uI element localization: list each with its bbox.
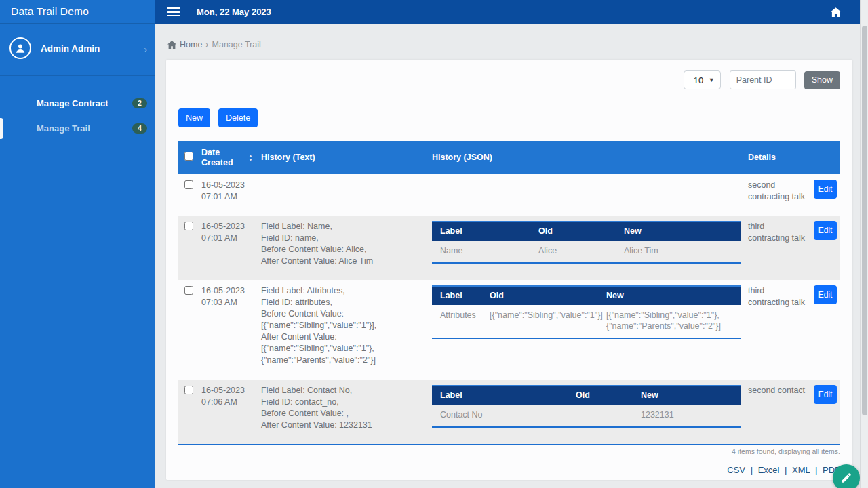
json-new-value: Alice Tim — [616, 241, 741, 262]
parent-id-input[interactable] — [730, 70, 796, 89]
breadcrumb: Home › Manage Trail — [167, 40, 261, 49]
table-row: 16-05-2023 07:06 AM Field Label: Contact… — [178, 380, 840, 444]
history-text-cell: Field Label: Contact No, Field ID: conta… — [261, 380, 432, 444]
export-csv-link[interactable]: CSV — [727, 465, 745, 475]
json-col-label: Label — [432, 222, 530, 241]
export-separator: | — [751, 465, 753, 475]
export-separator: | — [785, 465, 787, 475]
row-checkbox[interactable] — [184, 222, 193, 230]
home-icon — [167, 41, 176, 49]
page-size-select[interactable]: 10 ▼ — [684, 70, 721, 89]
json-new-value: 1232131 — [633, 405, 741, 426]
table-body: 16-05-2023 07:01 AM second contracting t… — [178, 174, 840, 445]
json-col-new: New — [633, 386, 741, 405]
json-col-old: Old — [568, 386, 633, 405]
toolbar: New Delete — [178, 108, 258, 127]
active-indicator — [0, 118, 3, 139]
date-created-cell: 16-05-2023 07:01 AM — [201, 216, 261, 280]
topbar-date: Mon, 22 May 2023 — [197, 7, 271, 17]
new-button[interactable]: New — [178, 108, 210, 127]
export-links: CSV | Excel | XML | PDF — [178, 465, 840, 475]
table-header-row: Date Created ▲▼ History (Text) History (… — [178, 141, 840, 174]
json-old-value: Alice — [530, 241, 616, 262]
export-separator: | — [815, 465, 817, 475]
chevron-right-icon[interactable]: › — [144, 44, 147, 55]
json-diff-table: Label Old New Name Alice Alice Tim — [432, 221, 741, 264]
edit-button[interactable]: Edit — [814, 221, 837, 240]
details-cell: third contracting talk — [748, 216, 814, 280]
date-created-cell: 16-05-2023 07:01 AM — [201, 174, 261, 216]
delete-button[interactable]: Delete — [218, 108, 258, 127]
history-json-cell: Label Old New Attributes [{"name":"Sibli… — [432, 280, 748, 380]
main-panel: 10 ▼ Show New Delete Date Created ▲▼ — [166, 60, 852, 480]
json-col-label: Label — [432, 287, 481, 305]
home-icon[interactable] — [831, 7, 841, 17]
details-cell: second contact — [748, 380, 814, 444]
history-text-cell — [261, 174, 432, 216]
table-row: 16-05-2023 07:03 AM Field Label: Attribu… — [178, 280, 840, 380]
table-row: 16-05-2023 07:01 AM Field Label: Name, F… — [178, 216, 840, 280]
history-text-cell: Field Label: Name, Field ID: name, Befor… — [261, 216, 432, 280]
count-badge: 4 — [132, 123, 147, 134]
details-cell: second contracting talk — [748, 174, 814, 216]
sort-icon[interactable]: ▲▼ — [248, 154, 253, 162]
col-header-date: Date Created — [201, 148, 241, 168]
json-diff-table: Label Old New Attributes [{"name":"Sibli… — [432, 285, 741, 339]
json-col-old: Old — [481, 287, 598, 305]
fab-edit-button[interactable] — [833, 464, 860, 488]
json-old-value: [{"name":"Sibling","value":"1"}] — [481, 305, 598, 338]
export-xml-link[interactable]: XML — [792, 465, 810, 475]
history-json-cell — [432, 174, 748, 216]
app-title: Data Trail Demo — [0, 0, 155, 24]
chevron-down-icon: ▼ — [709, 77, 715, 83]
breadcrumb-current: Manage Trail — [212, 40, 261, 49]
json-label-value: Name — [432, 241, 530, 262]
details-cell: third contracting talk — [748, 280, 814, 380]
col-header-history-text: History (Text) — [261, 148, 432, 167]
results-summary: 4 items found, displaying all items. — [178, 447, 840, 455]
trail-table: Date Created ▲▼ History (Text) History (… — [178, 141, 840, 475]
row-checkbox[interactable] — [184, 386, 193, 394]
export-excel-link[interactable]: Excel — [758, 465, 780, 475]
edit-button[interactable]: Edit — [814, 385, 837, 404]
edit-button[interactable]: Edit — [814, 285, 837, 304]
edit-button[interactable]: Edit — [814, 180, 837, 199]
col-header-details: Details — [748, 148, 814, 167]
count-badge: 2 — [132, 98, 147, 108]
sidebar: Data Trail Demo Admin Admin › Manage Con… — [0, 0, 155, 488]
user-name: Admin Admin — [41, 43, 100, 54]
json-diff-table: Label Old New Contact No 1232131 — [432, 385, 741, 428]
pencil-icon — [840, 472, 852, 484]
breadcrumb-home[interactable]: Home — [167, 40, 202, 49]
row-checkbox[interactable] — [184, 180, 193, 189]
json-new-value: [{"name":"Sibling","value":"1"}, {"name"… — [598, 305, 741, 338]
json-col-new: New — [598, 287, 741, 305]
history-json-cell: Label Old New Contact No 1232131 — [432, 380, 748, 444]
sidebar-item-label: Manage Trail — [37, 123, 90, 134]
history-json-cell: Label Old New Name Alice Alice Tim — [432, 216, 748, 280]
col-header-actions — [814, 154, 840, 162]
json-col-label: Label — [432, 386, 568, 405]
sidebar-item-manage-contract[interactable]: Manage Contract 2 — [0, 91, 155, 116]
page: Data Trail Demo Admin Admin › Manage Con… — [0, 0, 868, 488]
content-area: Home › Manage Trail 10 ▼ Show New Delete — [155, 24, 868, 488]
row-checkbox[interactable] — [184, 286, 193, 295]
user-avatar-icon — [9, 37, 31, 59]
sidebar-item-manage-trail[interactable]: Manage Trail 4 — [0, 116, 155, 141]
sidebar-item-label: Manage Contract — [37, 98, 108, 108]
json-label-value: Contact No — [432, 405, 568, 426]
table-row: 16-05-2023 07:01 AM second contracting t… — [178, 174, 840, 216]
col-header-history-json: History (JSON) — [432, 148, 748, 167]
vertical-scrollbar[interactable] — [860, 0, 868, 488]
date-created-cell: 16-05-2023 07:06 AM — [201, 380, 261, 444]
select-all-checkbox[interactable] — [184, 152, 193, 161]
scrollbar-thumb[interactable] — [862, 26, 867, 415]
sidebar-menu: Manage Contract 2 Manage Trail 4 — [0, 91, 155, 141]
breadcrumb-separator: › — [205, 40, 208, 49]
topbar: Mon, 22 May 2023 — [155, 0, 868, 24]
sidebar-user[interactable]: Admin Admin › — [0, 24, 155, 76]
table-controls: 10 ▼ Show — [684, 70, 840, 89]
menu-toggle-icon[interactable] — [167, 5, 180, 19]
json-old-value — [568, 405, 633, 426]
show-button[interactable]: Show — [804, 71, 840, 89]
